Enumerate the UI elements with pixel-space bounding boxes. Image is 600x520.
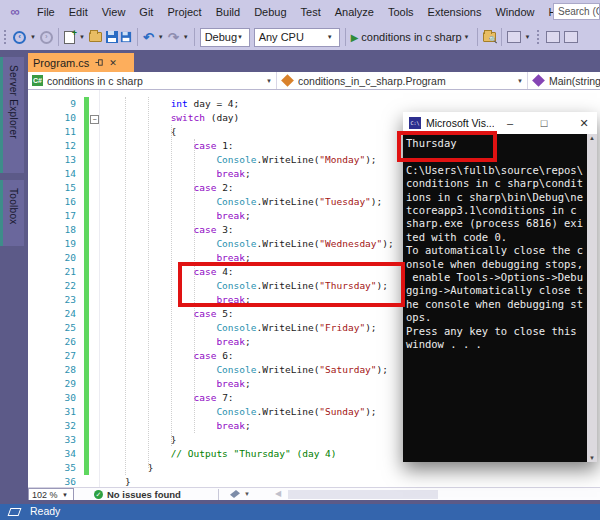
code-cleanup-dropdown-caret[interactable]: ▼ (244, 491, 250, 497)
console-line: he console when debugging st (406, 298, 597, 311)
code-token: case (194, 308, 217, 319)
indent (102, 364, 216, 375)
search-input[interactable]: Search (C (553, 3, 600, 20)
live-share-button[interactable] (505, 26, 523, 48)
sidebar-tab-server-explorer[interactable]: Server Explorer (0, 57, 24, 173)
chevron-down-icon: ▼ (517, 78, 523, 84)
code-line: } (102, 475, 394, 487)
code-line: case 7: (102, 391, 394, 405)
menu-window[interactable]: Window (488, 0, 541, 24)
document-tab-well: Program.cs ✕ (28, 53, 600, 72)
platform-dropdown[interactable]: Any CPU▼ (254, 28, 340, 47)
code-token: "Monday" (319, 154, 365, 165)
console-line: enable Tools->Options->Debu (406, 271, 597, 284)
code-token: ); (365, 154, 376, 165)
scroll-down-arrow-icon[interactable]: ▼ (587, 455, 597, 461)
code-token: "Sunday" (319, 406, 365, 417)
line-number: 10 (28, 111, 76, 125)
save-button[interactable] (104, 26, 120, 48)
menu-extensions[interactable]: Extensions (421, 0, 489, 24)
console-output[interactable]: Thursday C:\Users\fullb\source\repos\con… (403, 134, 597, 462)
redo-dropdown-caret[interactable]: ▼ (183, 34, 189, 40)
horizontal-scrollbar-thumb[interactable] (288, 490, 438, 499)
code-token: .WriteLine( (256, 364, 319, 375)
menu-tools[interactable]: Tools (381, 0, 421, 24)
code-line: } (102, 461, 394, 475)
issues-status-label[interactable]: No issues found (107, 489, 181, 500)
indent (102, 476, 125, 487)
menu-view[interactable]: View (95, 0, 133, 24)
menu-git[interactable]: Git (132, 0, 160, 24)
line-numbers: 9101112131415161718192021222324252627282… (28, 97, 76, 487)
indent (102, 462, 148, 473)
navigate-back-button[interactable]: ‹ (11, 26, 28, 48)
back-arrow-icon: ‹ (13, 31, 26, 44)
line-number: 20 (28, 251, 76, 265)
toolbar-grip-handle-2[interactable] (536, 29, 541, 45)
code-line: // Outputs "Thursday" (day 4) (102, 447, 394, 461)
code-token: } (125, 476, 131, 487)
code-cleanup-icon[interactable] (230, 490, 240, 498)
new-file-dropdown-caret[interactable]: ▼ (79, 34, 85, 40)
line-number: 11 (28, 125, 76, 139)
undo-button[interactable]: ↶ (141, 26, 156, 48)
line-number: 28 (28, 363, 76, 377)
tab-program-cs[interactable]: Program.cs ✕ (28, 53, 134, 72)
visual-studio-window: ∞ FileEditViewGitProjectBuildDebugTestAn… (0, 0, 600, 520)
breadcrumb-type-dropdown[interactable]: conditions_in_c_sharp.Program ▼ (277, 72, 528, 89)
code-token: ; (245, 336, 251, 347)
menu-analyze[interactable]: Analyze (328, 0, 381, 24)
indent (102, 308, 194, 319)
menu-debug[interactable]: Debug (247, 0, 293, 24)
code-line: break; (102, 167, 394, 181)
scroll-up-arrow-icon[interactable]: ▲ (587, 135, 597, 141)
breadcrumb-member-dropdown[interactable]: Main(string[] (528, 72, 600, 89)
indent (102, 112, 171, 123)
maximize-button[interactable]: □ (533, 112, 555, 134)
menu-file[interactable]: File (30, 0, 62, 24)
background-tasks-icon[interactable] (8, 508, 22, 516)
save-all-button[interactable] (120, 26, 134, 48)
menu-edit[interactable]: Edit (62, 0, 95, 24)
save-icon (106, 31, 118, 43)
menu-project[interactable]: Project (160, 0, 208, 24)
indent (102, 182, 194, 193)
sidebar-tab-toolbox[interactable]: Toolbox (0, 180, 24, 246)
toolbar-grip-handle[interactable] (3, 29, 8, 45)
code-token: ); (365, 406, 376, 417)
task-list-button[interactable] (562, 26, 580, 48)
menu-test[interactable]: Test (294, 0, 328, 24)
close-tab-icon[interactable]: ✕ (109, 58, 117, 68)
code-token: .WriteLine( (256, 196, 319, 207)
start-debug-button[interactable]: ▶ conditions in c sharp ▼ (349, 26, 474, 48)
console-line: conditions in c sharp\condit (406, 177, 597, 190)
redo-button[interactable]: ↷ (166, 26, 181, 48)
pin-icon[interactable] (95, 58, 104, 67)
indent (102, 434, 171, 445)
indent (102, 224, 194, 235)
console-line: ions in c sharp\bin\Debug\ne (406, 191, 597, 204)
share-dropdown-caret[interactable]: ▼ (525, 34, 531, 40)
feedback-button[interactable] (544, 26, 562, 48)
run-target-dropdown-caret: ▼ (464, 34, 470, 40)
line-number: 25 (28, 321, 76, 335)
code-token: case (194, 140, 217, 151)
console-line: ted with code 0. (406, 231, 597, 244)
new-file-button[interactable] (62, 26, 77, 48)
menu-build[interactable]: Build (209, 0, 247, 24)
open-file-button[interactable] (87, 26, 104, 48)
back-dropdown-caret[interactable]: ▼ (30, 34, 36, 40)
code-line: break; (102, 419, 394, 433)
hscroll-left-arrow-icon[interactable]: ◀ (275, 489, 281, 498)
breadcrumb-project-dropdown[interactable]: C# conditions in c sharp ▼ (28, 72, 277, 89)
minimize-button[interactable]: – (499, 112, 521, 134)
find-in-files-button[interactable] (481, 26, 498, 48)
navigate-forward-button[interactable]: › (38, 26, 55, 48)
console-vertical-scrollbar[interactable]: ▲ ▼ (587, 134, 597, 462)
undo-dropdown-caret[interactable]: ▼ (158, 34, 164, 40)
configuration-dropdown[interactable]: Debug▼ (200, 28, 250, 47)
close-button[interactable]: ✕ (573, 112, 595, 134)
code-token: ); (365, 322, 376, 333)
console-line: sharp.exe (process 6816) exi (406, 217, 597, 230)
collapse-region-toggle[interactable]: − (90, 115, 99, 124)
